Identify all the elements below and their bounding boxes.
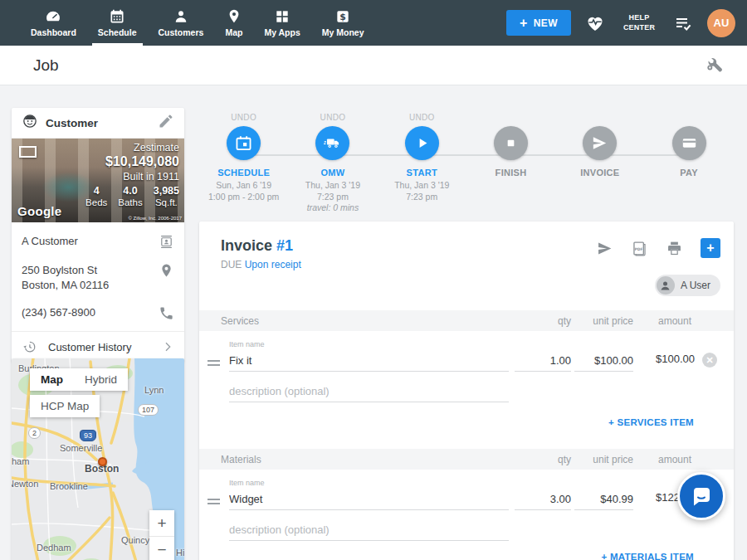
- credit-card-icon: [680, 134, 699, 153]
- stat-sqft: 3,985 Sq.ft.: [154, 185, 179, 207]
- property-photo[interactable]: Zestimate $10,149,080 Built in 1911 4 Be…: [12, 139, 184, 222]
- customer-history-row[interactable]: Customer History: [12, 331, 184, 362]
- nav-label: Map: [225, 27, 242, 37]
- timeline-step-invoice: INVOICE: [555, 113, 644, 214]
- drag-handle[interactable]: [208, 358, 220, 368]
- finish-step-button[interactable]: [494, 126, 528, 160]
- nav-label: My Apps: [264, 27, 300, 37]
- material-item-name-input[interactable]: [229, 489, 509, 510]
- step-date: Sun, Jan 6 '19: [216, 180, 271, 190]
- person-icon: [659, 280, 671, 292]
- unit-price-column-header: unit price: [593, 315, 633, 327]
- drag-handle[interactable]: [208, 496, 220, 507]
- step-time: 7:23 pm: [406, 192, 437, 202]
- print-icon[interactable]: [666, 240, 683, 257]
- step-detail: Sun, Jan 6 '191:00 pm - 2:00 pm: [208, 180, 279, 202]
- start-step-button[interactable]: [405, 126, 439, 160]
- plus-icon: +: [520, 17, 528, 30]
- omw-step-button[interactable]: [315, 126, 349, 160]
- history-clock-icon: [22, 339, 37, 354]
- contact-card-icon[interactable]: [159, 234, 174, 250]
- stat-value: 3,985: [154, 185, 179, 197]
- help-center-link[interactable]: HELP CENTER: [619, 13, 659, 32]
- map-label-newton: Newton: [12, 479, 38, 489]
- zestimate-label: Zestimate: [85, 142, 179, 153]
- health-heart-icon[interactable]: [585, 13, 605, 33]
- activity-list-icon[interactable]: [673, 13, 693, 33]
- pdf-icon[interactable]: PDF: [631, 240, 648, 257]
- section-label: Materials: [221, 454, 261, 465]
- add-services-item-link[interactable]: + SERVICES ITEM: [608, 417, 694, 427]
- nav-item-map[interactable]: Map: [214, 0, 253, 46]
- new-button[interactable]: + NEW: [506, 10, 571, 36]
- amount-column-header: amount: [658, 454, 691, 465]
- route-2-shield: 2: [28, 427, 41, 439]
- step-label: INVOICE: [580, 168, 619, 178]
- schedule-icon: [109, 8, 125, 25]
- service-description-input[interactable]: [229, 381, 509, 402]
- nav-item-schedule[interactable]: Schedule: [87, 0, 148, 46]
- schedule-step-button[interactable]: [227, 126, 261, 160]
- nav-item-my-money[interactable]: $ My Money: [311, 0, 375, 46]
- stop-icon: [501, 134, 520, 153]
- customer-card-header: Customer: [12, 108, 184, 139]
- new-button-label: NEW: [534, 17, 558, 29]
- phone-icon[interactable]: [159, 305, 174, 321]
- chat-bubble-button[interactable]: [677, 472, 725, 520]
- material-qty-input[interactable]: [515, 489, 571, 510]
- stat-label: Beds: [85, 197, 107, 207]
- streetview-frame-icon: [19, 146, 37, 158]
- delete-service-item-button[interactable]: ✕: [702, 353, 717, 368]
- due-value-link[interactable]: Upon receipt: [245, 259, 301, 270]
- map-zoom-in-button[interactable]: +: [149, 510, 174, 536]
- add-invoice-item-button[interactable]: +: [701, 238, 720, 258]
- service-qty-input[interactable]: [515, 350, 571, 372]
- edit-pencil-icon[interactable]: [158, 113, 174, 133]
- truck-icon: [323, 134, 342, 153]
- service-unit-price-input[interactable]: [574, 350, 633, 372]
- customers-icon: [173, 8, 189, 25]
- material-unit-price-input[interactable]: [574, 489, 633, 510]
- send-invoice-icon[interactable]: [596, 240, 613, 257]
- invoice-actions: PDF +: [596, 238, 720, 258]
- assignee-chip[interactable]: A User: [655, 275, 720, 296]
- invoice-number[interactable]: #1: [276, 237, 293, 254]
- invoice-title: Invoice #1: [221, 237, 293, 255]
- nav-item-customers[interactable]: Customers: [148, 0, 215, 46]
- material-description-input[interactable]: [229, 519, 509, 541]
- undo-link[interactable]: UNDO: [231, 113, 256, 124]
- location-pin-icon[interactable]: [159, 263, 174, 279]
- undo-link[interactable]: UNDO: [409, 113, 435, 124]
- step-date: Thu, Jan 3 '19: [394, 180, 449, 190]
- invoice-card: Invoice #1 DUE Upon receipt PDF + A User…: [199, 222, 734, 560]
- undo-link[interactable]: UNDO: [320, 113, 346, 124]
- item-name-label: Item name: [229, 340, 265, 348]
- nav-item-my-apps[interactable]: My Apps: [253, 0, 310, 46]
- add-materials-item-link[interactable]: + MATERIALS ITEM: [601, 552, 694, 560]
- map-type-map-button[interactable]: Map: [30, 368, 74, 391]
- map-pin-icon: [226, 8, 242, 25]
- service-item-name-input[interactable]: [229, 350, 509, 372]
- user-avatar[interactable]: AU: [707, 9, 735, 37]
- google-logo: Google: [17, 204, 61, 218]
- step-label: OMW: [320, 168, 344, 178]
- invoice-step-button[interactable]: [583, 126, 617, 160]
- unit-price-column-header: unit price: [593, 454, 633, 465]
- customer-phone-row: (234) 567-8900: [12, 299, 184, 328]
- job-tools-icon[interactable]: [705, 54, 724, 76]
- pay-step-button[interactable]: [672, 126, 706, 160]
- customer-address: 250 Boylston StBoston, MA 02116: [22, 263, 109, 292]
- hcp-map-button[interactable]: HCP Map: [30, 395, 100, 417]
- customer-card: Customer Zestimate $10,149,080 Built in …: [12, 108, 184, 362]
- map-type-hybrid-button[interactable]: Hybrid: [74, 368, 128, 391]
- customer-details: A Customer 250 Boylston StBoston, MA 021…: [12, 222, 184, 362]
- assignee-name: A User: [681, 280, 710, 291]
- map-zoom-out-button[interactable]: −: [149, 537, 174, 560]
- map-label-lynn: Lynn: [144, 385, 164, 395]
- map-zoom-control: + −: [149, 510, 174, 560]
- step-label: FINISH: [496, 168, 527, 178]
- section-label: Services: [221, 315, 259, 327]
- map-widget[interactable]: Burlington Lynn 107 2 93 Somerville ham …: [12, 358, 184, 560]
- map-label-hingham: Hi: [176, 548, 184, 558]
- nav-item-dashboard[interactable]: Dashboard: [20, 0, 87, 46]
